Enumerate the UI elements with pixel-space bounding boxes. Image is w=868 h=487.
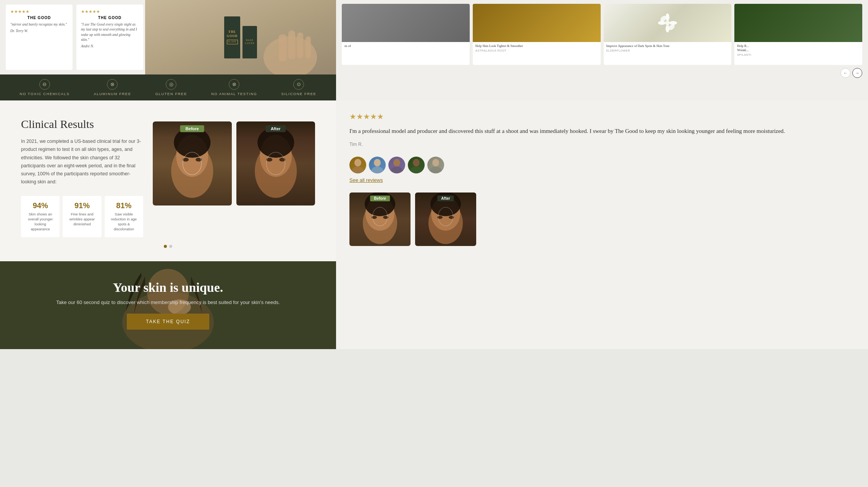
ingredient-elderflower-info: Improve Appearance of Dark Spots & Skin … [604, 42, 732, 54]
ba-small-after-label: After [437, 196, 454, 201]
stat-81: 81% Saw visible reduction in age spots &… [105, 196, 143, 237]
clinical-text-area: Clinical Results In 2021, we completed a… [21, 118, 143, 237]
page-wrapper: ★★★★★ THE GOOD "mirror and barely recogn… [0, 0, 868, 349]
quiz-subtitle: Take our 60 second quiz to discover whic… [56, 299, 280, 305]
ba-small-before-circle [372, 207, 388, 226]
feature-no-animal: ⊗ NO ANIMAL TESTING [211, 79, 257, 96]
avatar-1-svg [349, 157, 366, 173]
stat-91: 91% Fine lines and wrinkles appear dimin… [63, 196, 101, 237]
avatar-2 [369, 157, 386, 173]
avatar-2-svg [369, 157, 386, 173]
plus-icon[interactable]: + [858, 4, 862, 12]
svg-point-26 [354, 159, 361, 167]
clinical-title: Clinical Results [21, 118, 143, 131]
feature-aluminum: ⊗ ALUMINUM FREE [94, 79, 131, 96]
silicone-label: SILICONE FREE [281, 92, 317, 96]
dot-active [164, 245, 167, 248]
feature-no-toxic: ⊖ NO TOXIC CHEMICALS [20, 79, 70, 96]
avatar-4 [408, 157, 425, 173]
flower-svg [658, 13, 677, 32]
hand-area [252, 11, 328, 74]
dot-inactive [169, 245, 172, 248]
after-image: After [236, 121, 315, 205]
ingredient-elderflower-title: Improve Appearance of Dark Spots & Skin … [606, 44, 729, 48]
take-quiz-button[interactable]: TAKE THE QUIZ [127, 314, 209, 330]
before-image: Before [153, 121, 232, 205]
reviews-area: ★★★★★ THE GOOD "mirror and barely recogn… [0, 0, 145, 74]
product-box-2: BASE LAYER [242, 26, 257, 58]
main-content-row: Clinical Results In 2021, we completed a… [0, 100, 868, 349]
ingredient-grid: ns of Help Skin Look Tighter & Smoother … [342, 4, 862, 65]
ingredient-spilanti-img [734, 4, 862, 42]
ingredient-astralagus-info: Help Skin Look Tighter & Smoother ASTRAL… [473, 42, 601, 54]
left-column: ★★★★★ THE GOOD "mirror and barely recogn… [0, 0, 336, 100]
ingredient-spilanti-subtitle: SPILANTI [737, 53, 860, 57]
review-text-2: "I use The Good every single night as my… [81, 22, 139, 42]
svg-point-32 [413, 159, 420, 167]
review-brand-2: THE GOOD [81, 16, 139, 20]
avatar-4-svg [408, 157, 425, 173]
review-card-1: ★★★★★ THE GOOD "mirror and barely recogn… [6, 5, 73, 70]
clinical-section: Clinical Results In 2021, we completed a… [0, 100, 336, 261]
svg-rect-1 [279, 34, 286, 61]
svg-rect-3 [297, 32, 303, 58]
svg-point-5 [665, 21, 670, 25]
ingredient-astralagus-img [473, 4, 601, 42]
right-panel: ★★★★★ I'm a professional model and produ… [336, 100, 868, 349]
prev-arrow[interactable]: ← [841, 68, 850, 78]
stat-81-percent: 81% [108, 201, 139, 210]
quiz-section: Your skin is unique. Take our 60 second … [0, 261, 336, 349]
ingredient-spilanti: Help R...Wrinkl... SPILANTI [734, 4, 862, 65]
review-brand-1: THE GOOD [10, 16, 68, 20]
silicone-icon: ⊙ [293, 79, 304, 90]
before-after-small: Before After [349, 193, 855, 246]
no-toxic-label: NO TOXIC CHEMICALS [20, 92, 70, 96]
svg-rect-2 [288, 31, 295, 59]
stat-94-desc: Skin shows an overall younger looking ap… [25, 212, 56, 232]
product-boxes: THE GOOD SLATE BASE LAYER [224, 16, 257, 58]
review-author-1: Dr. Terry W. [10, 29, 68, 33]
stat-81-desc: Saw visible reduction in age spots & dis… [108, 212, 139, 232]
ingredient-astralagus-subtitle: ASTRALAGUS ROOT [475, 49, 598, 52]
ingredient-area: ns of Help Skin Look Tighter & Smoother … [336, 0, 868, 100]
ingredient-astralagus-title: Help Skin Look Tighter & Smoother [475, 44, 598, 48]
stat-91-percent: 91% [66, 201, 97, 210]
svg-point-30 [393, 159, 400, 167]
face-circle-indicator [183, 152, 202, 175]
testimonial-text: I'm a professional model and producer an… [349, 126, 855, 136]
left-main: Clinical Results In 2021, we completed a… [0, 100, 336, 349]
carousel-dots [21, 245, 315, 248]
see-reviews-link[interactable]: See all reviews [349, 177, 855, 183]
nav-arrows: ← → [342, 68, 862, 78]
gluten-icon: ◎ [166, 79, 176, 90]
avatar-3 [388, 157, 405, 173]
face-circle-after [266, 152, 285, 175]
ingredient-elderflower-img [604, 4, 732, 42]
testimonial-stars: ★★★★★ [349, 112, 855, 121]
testimonial-author: Tim R. [349, 142, 855, 147]
quiz-content: Your skin is unique. Take our 60 second … [56, 280, 280, 330]
gluten-label: GLUTEN FREE [155, 92, 187, 96]
ingredient-partial-text: ns of [342, 42, 470, 50]
ingredient-partial: ns of [342, 4, 470, 65]
next-arrow[interactable]: → [852, 68, 862, 78]
before-label: Before [180, 125, 204, 132]
no-toxic-icon: ⊖ [39, 79, 50, 90]
stat-94: 94% Skin shows an overall younger lookin… [21, 196, 60, 237]
no-animal-icon: ⊗ [229, 79, 239, 90]
product-box-1: THE GOOD SLATE [224, 16, 240, 58]
avatar-1 [349, 157, 366, 173]
ingredient-spilanti-info: Help R...Wrinkl... SPILANTI [734, 42, 862, 58]
top-left-row: ★★★★★ THE GOOD "mirror and barely recogn… [0, 0, 336, 74]
stat-94-percent: 94% [25, 201, 56, 210]
avatar-3-svg [388, 157, 405, 173]
before-after-area: Before [153, 118, 315, 237]
aluminum-icon: ⊗ [107, 79, 118, 90]
partial-ns: ns of [344, 44, 467, 48]
ba-small-before-label: Before [370, 196, 390, 201]
stats-row: 94% Skin shows an overall younger lookin… [21, 196, 143, 237]
svg-point-33 [410, 167, 422, 173]
after-label: After [265, 125, 286, 132]
top-row: ★★★★★ THE GOOD "mirror and barely recogn… [0, 0, 868, 100]
clinical-body: In 2021, we completed a US-based clinica… [21, 138, 143, 186]
